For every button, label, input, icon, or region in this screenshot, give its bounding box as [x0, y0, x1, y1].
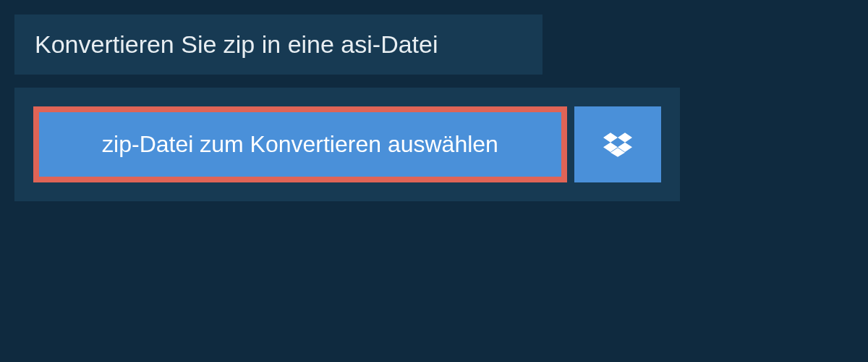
- dropbox-button[interactable]: [574, 106, 661, 182]
- page-title: Konvertieren Sie zip in eine asi-Datei: [35, 30, 522, 59]
- select-file-button[interactable]: zip-Datei zum Konvertieren auswählen: [33, 106, 567, 182]
- select-file-label: zip-Datei zum Konvertieren auswählen: [102, 131, 498, 158]
- dropbox-icon: [603, 130, 632, 159]
- header-bar: Konvertieren Sie zip in eine asi-Datei: [14, 14, 542, 75]
- upload-section: zip-Datei zum Konvertieren auswählen: [14, 88, 680, 201]
